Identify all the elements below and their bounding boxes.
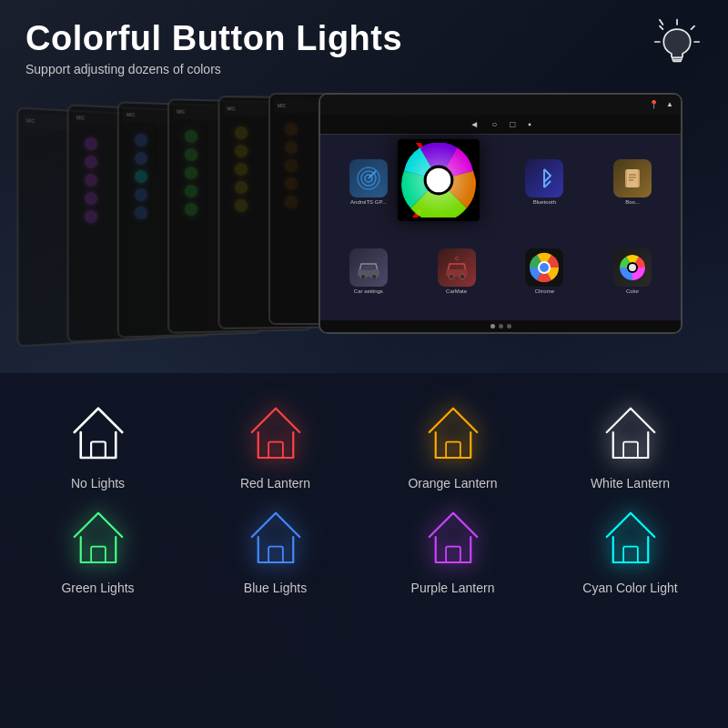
svg-point-30 [371,274,377,278]
light-label-orange-lantern: Orange Lantern [408,475,497,491]
house-icon-orange-lantern [421,400,485,464]
svg-text:C: C [455,256,460,261]
light-label-white-lantern: White Lantern [591,475,670,491]
svg-point-27 [427,167,451,192]
app-icon-bluetooth [525,159,563,197]
light-label-green-lights: Green Lights [61,580,134,596]
light-label-purple-lantern: Purple Lantern [411,580,495,596]
app-label-carsettings: Car settings [354,288,383,295]
svg-line-3 [660,20,662,25]
house-icon-no-lights [66,400,130,464]
page-container: Colorful Button Lights Support adjusting… [0,0,728,728]
header: Colorful Button Lights Support adjusting… [0,0,728,84]
app-carsettings[interactable]: Car settings [326,228,411,315]
page-subtitle: Support adjusting dozens of colors [25,62,703,76]
svg-rect-47 [268,547,283,563]
bulb-icon [653,18,701,72]
app-book[interactable]: Boo... [590,140,675,227]
svg-point-33 [449,274,454,279]
bottom-section: No LightsRed LanternOrange LanternWhite … [0,373,728,728]
light-grid: No LightsRed LanternOrange LanternWhite … [14,400,714,596]
svg-rect-45 [623,442,638,459]
svg-point-34 [460,274,465,279]
main-tablet: 📍 ▲ ◄ ○ □ ▪ [318,93,682,334]
svg-rect-42 [91,442,106,459]
app-color[interactable]: Color [590,228,675,315]
svg-rect-44 [446,442,460,459]
house-icon-white-lantern [599,400,662,464]
light-item-blue-lights[interactable]: Blue Lights [191,505,359,596]
light-item-red-lantern[interactable]: Red Lantern [191,400,359,491]
house-icon-blue-lights [244,505,308,569]
svg-rect-31 [363,266,374,270]
app-icon-chrome [525,248,563,287]
svg-line-1 [692,26,694,29]
app-chrome[interactable]: Chrome [502,228,588,315]
app-icon-book [613,159,652,197]
house-icon-green-lights [66,505,130,569]
svg-rect-46 [91,547,106,563]
svg-rect-7 [673,60,682,62]
light-label-blue-lights: Blue Lights [244,580,307,596]
app-grid: AndroiTS GP... APK inst... [320,135,681,320]
app-carmate[interactable]: C CarMate [414,228,500,315]
app-label-androits: AndroiTS GP... [350,199,387,206]
house-icon-red-lantern [244,400,308,464]
recents-nav-icon[interactable]: □ [510,119,515,129]
house-icon-purple-lantern [421,505,485,569]
home-nav-icon[interactable]: ○ [491,119,497,129]
app-bluetooth[interactable]: Bluetooth [502,140,588,227]
app-label-color: Color [626,288,639,295]
light-item-green-lights[interactable]: Green Lights [14,505,182,596]
app-icon-carsettings [349,248,388,287]
light-item-cyan-color-light[interactable]: Cyan Color Light [546,505,714,596]
svg-point-38 [540,263,549,272]
wifi-icon: ▲ [666,100,673,108]
top-bar: 📍 ▲ [320,95,681,115]
light-item-no-lights[interactable]: No Lights [14,400,182,491]
light-item-orange-lantern[interactable]: Orange Lantern [369,400,537,491]
light-label-red-lantern: Red Lantern [240,475,310,491]
app-label-bluetooth: Bluetooth [533,199,556,206]
app-icon-androits [349,159,388,197]
light-label-no-lights: No Lights [71,475,125,491]
svg-line-4 [660,26,662,29]
app-label-chrome: Chrome [535,288,554,295]
app-label-carmate: CarMate [446,288,467,295]
house-icon-cyan-color-light [599,505,662,569]
color-wheel-overlay [398,139,480,221]
svg-rect-18 [627,169,638,187]
app-icon-color [613,248,652,287]
app-label-book: Boo... [625,199,640,206]
light-label-cyan-color-light: Cyan Color Light [582,580,677,596]
svg-rect-43 [268,442,283,459]
light-item-purple-lantern[interactable]: Purple Lantern [369,505,537,596]
svg-rect-48 [446,547,460,563]
page-title: Colorful Button Lights [25,20,703,58]
nav-bar: ◄ ○ □ ▪ [320,115,681,135]
svg-rect-49 [623,547,638,563]
app-icon-carmate: C [438,248,476,287]
menu-nav-icon[interactable]: ▪ [528,119,531,129]
svg-point-41 [629,264,636,271]
back-nav-icon[interactable]: ◄ [470,119,479,129]
svg-point-29 [360,274,366,278]
device-area: MIC RST MIC RST [0,84,728,366]
tablet-stack: MIC RST MIC RST [18,93,710,357]
light-item-white-lantern[interactable]: White Lantern [546,400,714,491]
location-icon: 📍 [649,100,659,109]
